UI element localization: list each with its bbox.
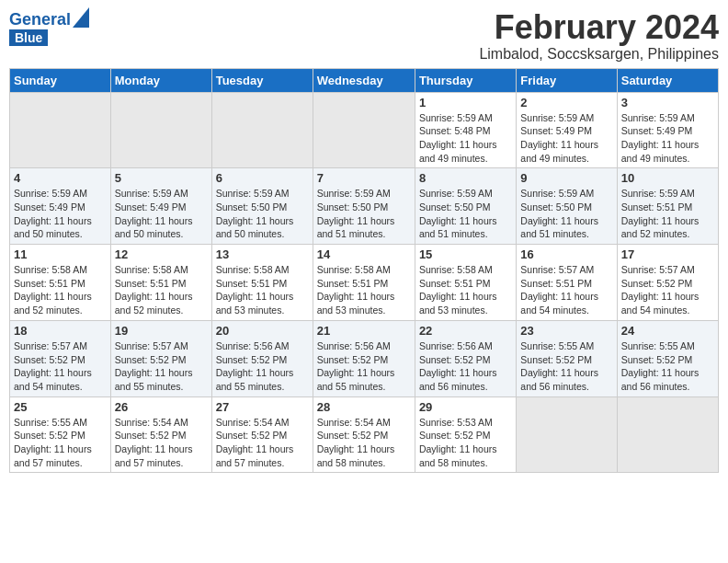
page-header: General Blue February 2024 Limbalod, Soc…: [9, 9, 719, 63]
day-number: 19: [115, 324, 208, 338]
logo: General Blue: [9, 9, 89, 46]
day-number: 17: [621, 247, 714, 261]
header-row: SundayMondayTuesdayWednesdayThursdayFrid…: [10, 68, 719, 92]
calendar-cell: 24Sunrise: 5:55 AM Sunset: 5:52 PM Dayli…: [617, 320, 718, 396]
day-number: 27: [216, 400, 309, 414]
calendar-cell: 17Sunrise: 5:57 AM Sunset: 5:52 PM Dayli…: [617, 245, 718, 321]
day-info: Sunrise: 5:53 AM Sunset: 5:52 PM Dayligh…: [419, 416, 512, 470]
calendar-cell: 14Sunrise: 5:58 AM Sunset: 5:51 PM Dayli…: [313, 245, 415, 321]
col-header-tuesday: Tuesday: [211, 68, 313, 92]
day-number: 16: [520, 247, 612, 261]
day-number: 6: [216, 171, 309, 185]
day-number: 14: [317, 247, 411, 261]
day-info: Sunrise: 5:58 AM Sunset: 5:51 PM Dayligh…: [216, 263, 309, 317]
day-info: Sunrise: 5:58 AM Sunset: 5:51 PM Dayligh…: [14, 263, 107, 317]
day-number: 13: [216, 247, 309, 261]
day-number: 12: [115, 247, 208, 261]
calendar-cell: 19Sunrise: 5:57 AM Sunset: 5:52 PM Dayli…: [110, 320, 211, 396]
calendar-cell: 21Sunrise: 5:56 AM Sunset: 5:52 PM Dayli…: [313, 320, 415, 396]
calendar-cell: 1Sunrise: 5:59 AM Sunset: 5:48 PM Daylig…: [415, 92, 516, 168]
calendar-cell: [617, 396, 718, 473]
day-info: Sunrise: 5:57 AM Sunset: 5:52 PM Dayligh…: [14, 339, 107, 394]
day-number: 25: [14, 400, 107, 414]
calendar-cell: 2Sunrise: 5:59 AM Sunset: 5:49 PM Daylig…: [517, 92, 617, 168]
day-info: Sunrise: 5:59 AM Sunset: 5:50 PM Dayligh…: [216, 187, 309, 241]
day-info: Sunrise: 5:57 AM Sunset: 5:52 PM Dayligh…: [115, 339, 208, 394]
calendar-cell: [211, 92, 313, 168]
calendar-cell: 6Sunrise: 5:59 AM Sunset: 5:50 PM Daylig…: [211, 168, 313, 245]
day-number: 9: [520, 171, 612, 185]
day-info: Sunrise: 5:59 AM Sunset: 5:50 PM Dayligh…: [520, 187, 612, 241]
day-number: 18: [14, 324, 107, 338]
col-header-saturday: Saturday: [617, 68, 718, 92]
day-number: 2: [520, 96, 612, 109]
day-info: Sunrise: 5:54 AM Sunset: 5:52 PM Dayligh…: [115, 416, 208, 470]
calendar-cell: 22Sunrise: 5:56 AM Sunset: 5:52 PM Dayli…: [415, 320, 516, 396]
day-info: Sunrise: 5:59 AM Sunset: 5:49 PM Dayligh…: [115, 187, 208, 241]
week-row-1: 1Sunrise: 5:59 AM Sunset: 5:48 PM Daylig…: [10, 92, 719, 168]
logo-text: General: [9, 11, 71, 29]
day-number: 24: [621, 324, 714, 338]
day-number: 22: [419, 324, 512, 338]
day-number: 7: [317, 171, 411, 185]
day-number: 21: [317, 324, 411, 338]
calendar-cell: 26Sunrise: 5:54 AM Sunset: 5:52 PM Dayli…: [110, 396, 211, 473]
day-info: Sunrise: 5:54 AM Sunset: 5:52 PM Dayligh…: [216, 416, 309, 470]
day-info: Sunrise: 5:56 AM Sunset: 5:52 PM Dayligh…: [216, 339, 309, 394]
day-info: Sunrise: 5:58 AM Sunset: 5:51 PM Dayligh…: [317, 263, 411, 317]
day-number: 8: [419, 171, 512, 185]
day-info: Sunrise: 5:54 AM Sunset: 5:52 PM Dayligh…: [317, 416, 411, 470]
svg-marker-0: [73, 7, 89, 28]
col-header-monday: Monday: [110, 68, 211, 92]
col-header-friday: Friday: [517, 68, 617, 92]
calendar-cell: 15Sunrise: 5:58 AM Sunset: 5:51 PM Dayli…: [415, 245, 516, 321]
calendar-cell: [10, 92, 111, 168]
calendar-cell: [517, 396, 617, 473]
calendar-cell: 13Sunrise: 5:58 AM Sunset: 5:51 PM Dayli…: [211, 245, 313, 321]
day-number: 10: [621, 171, 714, 185]
calendar-cell: 20Sunrise: 5:56 AM Sunset: 5:52 PM Dayli…: [211, 320, 313, 396]
logo-triangle-icon: [73, 7, 89, 28]
day-info: Sunrise: 5:55 AM Sunset: 5:52 PM Dayligh…: [621, 339, 714, 394]
day-info: Sunrise: 5:59 AM Sunset: 5:49 PM Dayligh…: [14, 187, 107, 241]
calendar-cell: 28Sunrise: 5:54 AM Sunset: 5:52 PM Dayli…: [313, 396, 415, 473]
day-info: Sunrise: 5:59 AM Sunset: 5:48 PM Dayligh…: [419, 111, 512, 166]
calendar-cell: 16Sunrise: 5:57 AM Sunset: 5:51 PM Dayli…: [517, 245, 617, 321]
day-info: Sunrise: 5:58 AM Sunset: 5:51 PM Dayligh…: [115, 263, 208, 317]
calendar-cell: 12Sunrise: 5:58 AM Sunset: 5:51 PM Dayli…: [110, 245, 211, 321]
logo-blue-text: Blue: [15, 30, 42, 45]
day-info: Sunrise: 5:57 AM Sunset: 5:52 PM Dayligh…: [621, 263, 714, 317]
col-header-wednesday: Wednesday: [313, 68, 415, 92]
day-number: 26: [115, 400, 208, 414]
day-info: Sunrise: 5:59 AM Sunset: 5:49 PM Dayligh…: [621, 111, 714, 166]
day-number: 20: [216, 324, 309, 338]
day-number: 15: [419, 247, 512, 261]
day-info: Sunrise: 5:56 AM Sunset: 5:52 PM Dayligh…: [419, 339, 512, 394]
calendar-cell: [110, 92, 211, 168]
col-header-thursday: Thursday: [415, 68, 516, 92]
day-info: Sunrise: 5:58 AM Sunset: 5:51 PM Dayligh…: [419, 263, 512, 317]
day-number: 23: [520, 324, 612, 338]
calendar-cell: 4Sunrise: 5:59 AM Sunset: 5:49 PM Daylig…: [10, 168, 111, 245]
day-number: 28: [317, 400, 411, 414]
calendar-cell: 9Sunrise: 5:59 AM Sunset: 5:50 PM Daylig…: [517, 168, 617, 245]
calendar-cell: 23Sunrise: 5:55 AM Sunset: 5:52 PM Dayli…: [517, 320, 617, 396]
main-title: February 2024: [479, 9, 719, 46]
day-number: 29: [419, 400, 512, 414]
col-header-sunday: Sunday: [10, 68, 111, 92]
day-number: 11: [14, 247, 107, 261]
calendar-cell: 8Sunrise: 5:59 AM Sunset: 5:50 PM Daylig…: [415, 168, 516, 245]
day-info: Sunrise: 5:55 AM Sunset: 5:52 PM Dayligh…: [14, 416, 107, 470]
calendar-cell: 11Sunrise: 5:58 AM Sunset: 5:51 PM Dayli…: [10, 245, 111, 321]
calendar-cell: 10Sunrise: 5:59 AM Sunset: 5:51 PM Dayli…: [617, 168, 718, 245]
calendar-table: SundayMondayTuesdayWednesdayThursdayFrid…: [9, 68, 719, 474]
day-info: Sunrise: 5:59 AM Sunset: 5:49 PM Dayligh…: [520, 111, 612, 166]
day-info: Sunrise: 5:59 AM Sunset: 5:50 PM Dayligh…: [419, 187, 512, 241]
calendar-cell: 3Sunrise: 5:59 AM Sunset: 5:49 PM Daylig…: [617, 92, 718, 168]
week-row-4: 18Sunrise: 5:57 AM Sunset: 5:52 PM Dayli…: [10, 320, 719, 396]
calendar-cell: 7Sunrise: 5:59 AM Sunset: 5:50 PM Daylig…: [313, 168, 415, 245]
calendar-cell: 5Sunrise: 5:59 AM Sunset: 5:49 PM Daylig…: [110, 168, 211, 245]
calendar-cell: 25Sunrise: 5:55 AM Sunset: 5:52 PM Dayli…: [10, 396, 111, 473]
week-row-3: 11Sunrise: 5:58 AM Sunset: 5:51 PM Dayli…: [10, 245, 719, 321]
calendar-cell: 29Sunrise: 5:53 AM Sunset: 5:52 PM Dayli…: [415, 396, 516, 473]
